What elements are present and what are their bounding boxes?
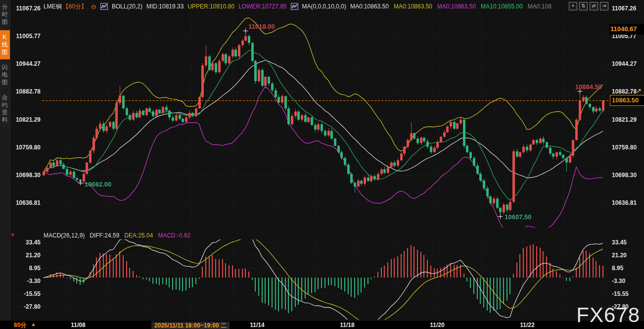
time-axis-bar: [0, 320, 644, 329]
sidebar-tab-label: K线图: [1, 34, 8, 56]
price-axis-label: 11067.26: [11, 5, 41, 12]
ma-value: MA0:10863.50: [350, 3, 389, 10]
price-axis-label: 10636.81: [612, 199, 637, 206]
date-axis-label: 11/08: [71, 322, 85, 329]
price-axis-label: 10944.27: [612, 60, 637, 67]
price-axis-label: 11005.77: [11, 33, 41, 40]
ma-name: MA(0,0,0,10,0,0): [302, 3, 346, 10]
price-axis-label: 10821.29: [612, 116, 637, 123]
macd-axis-label: 33.45: [612, 239, 627, 246]
macd-axis-label: 33.45: [11, 239, 41, 246]
price-axis-label: 10759.80: [612, 144, 637, 151]
price-axis-label: 10698.30: [11, 172, 41, 179]
sidebar-tab-label: 闪电图: [1, 64, 8, 86]
macd-axis-label: 21.20: [11, 252, 41, 259]
macd-diff-value: DIFF:24.59: [90, 232, 119, 239]
ma-value: MA0:10863.50: [394, 3, 432, 10]
boll-name: BOLL(20,2): [112, 3, 142, 10]
sidebar-tab-candlestick-chart[interactable]: K线图: [0, 30, 10, 59]
price-axis-label: 10636.81: [11, 199, 41, 206]
indicator-settings-icon[interactable]: ⊖: [91, 3, 96, 10]
macd-axis-label: -15.55: [11, 290, 41, 297]
chart-type-sidebar: 分时图K线图闪电图合约资料: [0, 0, 10, 320]
boll-chart-icon: [100, 3, 108, 10]
low-price-marker: 10607.50: [505, 213, 531, 221]
price-axis-label: 10944.27: [11, 60, 41, 67]
price-axis-label: 10698.30: [612, 172, 637, 179]
chart-toolbar: +⇅⇄⇥: [569, 2, 608, 10]
boll-upper-value: UPPER:10910.80: [187, 3, 234, 10]
macd-axis-label: 8.95: [11, 265, 41, 272]
macd-macd-value: MACD:-0.92: [158, 232, 190, 239]
macd-header: MACD(26,12,9) DIFF:24.59 DEA:25.04 MACD:…: [44, 232, 190, 239]
price-axis-label: 10882.78: [612, 88, 637, 95]
timeframe-selector[interactable]: 60分: [14, 321, 26, 329]
macd-axis-label: -27.80: [11, 303, 41, 310]
crosshair-icon[interactable]: +: [569, 2, 577, 10]
date-axis-label: 11/22: [520, 322, 534, 329]
date-axis-label: 11/14: [250, 322, 264, 329]
macd-axis-label: -15.55: [612, 290, 629, 297]
high-price-marker: 11018.00: [248, 23, 275, 30]
sidebar-tab-label: 分时图: [1, 3, 8, 26]
ma-values: MA0:10863.50MA0:10863.50MA0:10863.50MA10…: [350, 3, 552, 10]
boll-mid-value: MID:10819.33: [146, 3, 184, 10]
sidebar-tab-contract-info[interactable]: 合约资料: [0, 91, 10, 127]
ma-chart-icon: [291, 3, 298, 10]
go-to-latest-icon[interactable]: ⇥: [600, 2, 608, 10]
date-axis-label: 11/18: [340, 322, 354, 329]
macd-name: MACD(26,12,9): [44, 232, 85, 239]
watermark: FX678: [576, 303, 640, 327]
sidebar-tab-time-share-chart[interactable]: 分时图: [0, 0, 10, 29]
x-axis-zoom-icon[interactable]: ⇄: [590, 2, 598, 10]
macd-axis-label: -3.30: [11, 278, 41, 284]
macd-settings-icon[interactable]: ☀: [10, 232, 15, 238]
macd-axis-label: 21.20: [612, 252, 627, 259]
low-price-marker: 10682.00: [85, 181, 111, 188]
sidebar-tab-lightning-chart[interactable]: 闪电图: [0, 60, 10, 90]
period-label: 【60分】: [63, 2, 87, 11]
boll-lower-value: LOWER:10727.85: [238, 3, 286, 10]
chart-header: LME铜 【60分】 ⊖ BOLL(20,2) MID:10819.33 UPP…: [44, 2, 552, 11]
price-axis-label: 10882.78: [11, 88, 41, 95]
ma-value: MA10:10855.00: [481, 3, 523, 10]
sidebar-tab-label: 合约资料: [1, 94, 8, 124]
price-axis-label: 11067.26: [612, 5, 636, 12]
ma-value: MA0:10863.50: [437, 3, 476, 10]
high-price-marker: 10884.50: [575, 83, 602, 91]
macd-dea-value: DEA:25.04: [124, 232, 153, 239]
price-axis-label: 10759.80: [11, 144, 41, 151]
price-axis-label: 10821.29: [11, 116, 41, 123]
session-high-tag: 11040.67: [609, 24, 644, 35]
ma-value: MA0:108: [528, 3, 552, 10]
go-to-latest-arrow-icon[interactable]: ↗: [636, 87, 642, 94]
symbol-name: LME铜: [44, 2, 62, 11]
y-axis-zoom-icon[interactable]: ⇅: [579, 2, 588, 10]
trading-app-window: 分时图K线图闪电图合约资料 LME铜 【60分】 ⊖ BOLL(20,2) MI…: [0, 0, 644, 329]
macd-axis-label: 8.95: [612, 265, 623, 272]
price-macd-chart-canvas[interactable]: [0, 0, 644, 329]
macd-axis-label: -3.30: [612, 278, 625, 284]
timeframe-up-icon[interactable]: ▲: [31, 321, 36, 327]
last-price-tag: 10863.50: [610, 95, 644, 106]
date-axis-label: 11/20: [430, 322, 444, 329]
selected-candle-datetime: 2025/11/11 18:00~19:00 二: [151, 322, 230, 329]
